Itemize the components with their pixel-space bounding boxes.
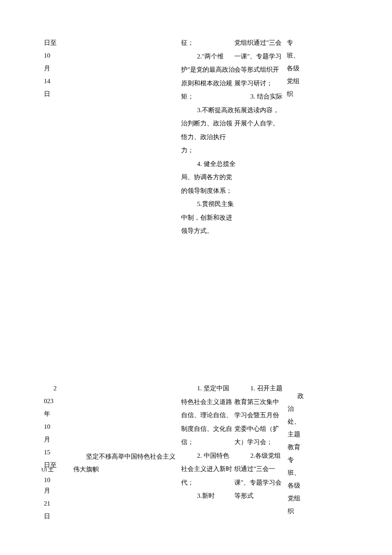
text: 专 — [288, 453, 309, 466]
text: 10 — [44, 49, 61, 62]
text: 023 — [44, 395, 65, 407]
text: 10 — [44, 474, 65, 486]
text: 日 — [44, 510, 65, 523]
text: 21 — [44, 497, 65, 510]
method-item: 3. 结合实际拓展选读内容，开展个人自学。 — [234, 90, 283, 131]
text: 班、 — [287, 49, 308, 62]
date-cell-row2: 2 023 年 10 月 15 Ul 土日至 10 月 21 日 — [44, 382, 65, 523]
text: 月 — [44, 62, 61, 75]
text: 10 — [44, 420, 65, 433]
text: 各级 — [287, 62, 308, 75]
text: 日至 — [44, 36, 61, 49]
method-cell-row2: 1. 召开主题教育第三次集中学习会暨五月份党委中心组（扩大）学习会； 2.各级党… — [234, 382, 283, 503]
content-item: 3.不断提高政治判断力、政治领悟力、政治执行力； — [181, 104, 236, 157]
topic-cell-row2: 坚定不移高举中国特色社会主义伟大旗帜 — [73, 450, 176, 476]
topic-text: 坚定不移高举中国特色社会主义伟大旗帜 — [73, 450, 176, 476]
content-item: 2."两个维护"是党的最高政治原则和根本政治规矩； — [181, 50, 236, 104]
text: 党组 — [287, 75, 308, 87]
text: 2 — [44, 382, 65, 395]
date-cell-row1: 日至 10 月 14 日 — [44, 36, 61, 100]
content-item: 5.贯彻民主集中制，创新和改进领导方式。 — [181, 198, 236, 238]
content-item: 3.新时 — [181, 489, 232, 503]
text: 党组 — [288, 492, 309, 505]
text: 政 — [288, 389, 309, 402]
dept-cell-row1: 专 班、 各级 党组 织 — [287, 36, 308, 100]
content-item: 4. 健全总揽全局、协调各方的党的领导制度体系； — [181, 157, 236, 198]
text: 年 — [44, 407, 65, 420]
method-item: 2.各级党组织通过"三会一课"、专题学习会等形式 — [234, 449, 283, 503]
text: 15 — [44, 446, 65, 459]
content-item: 1. 坚定中国特色社会主义道路自信、理论自信、制度自信、文化自信； — [181, 382, 232, 449]
text: 月 — [44, 433, 65, 446]
text: 各级 — [288, 479, 309, 492]
content-cell-row2: 1. 坚定中国特色社会主义道路自信、理论自信、制度自信、文化自信； 2. 中国特… — [181, 382, 232, 503]
content-item: 征； — [181, 36, 236, 50]
content-item: 2. 中国特色社会主义进入新时代； — [181, 449, 232, 490]
text: 织 — [288, 505, 309, 517]
text: 织 — [287, 87, 308, 100]
method-cell-row1: 党组织通过"三会一课"、专题学习会等形式组织开展学习研讨； 3. 结合实际拓展选… — [234, 36, 283, 131]
text: 班、 — [288, 466, 309, 479]
text: 处、 — [288, 415, 309, 428]
method-item: 党组织通过"三会一课"、专题学习会等形式组织开展学习研讨； — [234, 36, 283, 90]
dept-cell-row2: 政 治 处、 主题 教育 专 班、 各级 党组 织 — [288, 389, 309, 517]
text: 14 — [44, 75, 61, 87]
method-item: 1. 召开主题教育第三次集中学习会暨五月份党委中心组（扩大）学习会； — [234, 382, 283, 449]
content-cell-row1: 征； 2."两个维护"是党的最高政治原则和根本政治规矩； 3.不断提高政治判断力… — [181, 36, 236, 238]
text: 治 — [288, 402, 309, 415]
text: 教育 — [288, 441, 309, 453]
text: 专 — [287, 36, 308, 49]
text: 主题 — [288, 428, 309, 441]
text: 日 — [44, 87, 61, 100]
